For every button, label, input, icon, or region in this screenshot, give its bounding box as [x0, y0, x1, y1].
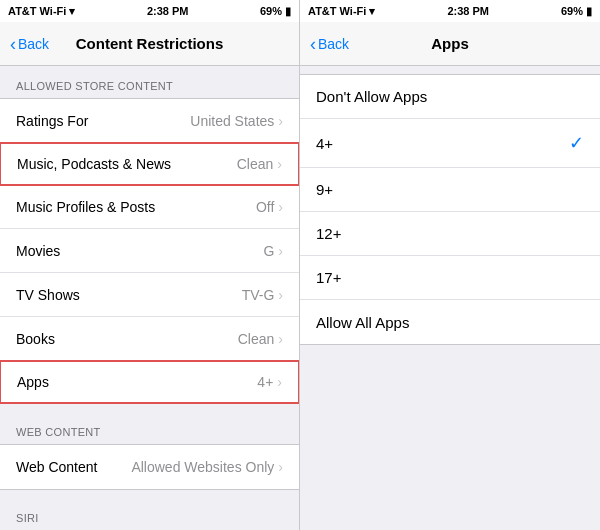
music-label: Music, Podcasts & News: [17, 156, 237, 172]
music-chevron: ›: [277, 156, 282, 172]
nav-bar-right: ‹ Back Apps: [300, 22, 600, 66]
gap-2: [0, 490, 299, 498]
12plus-label: 12+: [316, 225, 341, 242]
list-item-movies[interactable]: Movies G ›: [0, 229, 299, 273]
movies-chevron: ›: [278, 243, 283, 259]
tv-shows-value: TV-G ›: [242, 287, 283, 303]
ratings-label: Ratings For: [16, 113, 190, 129]
17plus-label: 17+: [316, 269, 341, 286]
apps-option-9plus[interactable]: 9+: [300, 168, 600, 212]
apps-value: 4+ ›: [257, 374, 282, 390]
left-panel: AT&T Wi-Fi ▾ 2:38 PM 69% ▮ ‹ Back Conten…: [0, 0, 300, 530]
web-content-chevron: ›: [278, 459, 283, 475]
books-chevron: ›: [278, 331, 283, 347]
nav-bar-left: ‹ Back Content Restrictions: [0, 22, 299, 66]
apps-option-dont-allow[interactable]: Don't Allow Apps: [300, 75, 600, 119]
apps-option-17plus[interactable]: 17+: [300, 256, 600, 300]
books-label: Books: [16, 331, 238, 347]
web-content-label: Web Content: [16, 459, 131, 475]
list-item-web-content[interactable]: Web Content Allowed Websites Only ›: [0, 445, 299, 489]
status-bar-right: AT&T Wi-Fi ▾ 2:38 PM 69% ▮: [300, 0, 600, 22]
movies-value: G ›: [263, 243, 283, 259]
battery-icon-right: ▮: [586, 5, 592, 18]
wifi-icon: ▾: [69, 5, 75, 18]
list-item-books[interactable]: Books Clean ›: [0, 317, 299, 361]
9plus-label: 9+: [316, 181, 333, 198]
web-content-group: Web Content Allowed Websites Only ›: [0, 444, 299, 490]
store-content-group: Ratings For United States › Music, Podca…: [0, 98, 299, 404]
status-bar-left: AT&T Wi-Fi ▾ 2:38 PM 69% ▮: [0, 0, 299, 22]
back-chevron-right: ‹: [310, 35, 316, 53]
music-value: Clean ›: [237, 156, 282, 172]
right-panel: AT&T Wi-Fi ▾ 2:38 PM 69% ▮ ‹ Back Apps D…: [300, 0, 600, 530]
books-value: Clean ›: [238, 331, 283, 347]
list-item-music[interactable]: Music, Podcasts & News Clean ›: [0, 142, 299, 186]
list-item-music-profiles[interactable]: Music Profiles & Posts Off ›: [0, 185, 299, 229]
battery-left: 69%: [260, 5, 282, 17]
music-profiles-value: Off ›: [256, 199, 283, 215]
dont-allow-label: Don't Allow Apps: [316, 88, 427, 105]
carrier-right: AT&T Wi-Fi: [308, 5, 366, 17]
apps-option-12plus[interactable]: 12+: [300, 212, 600, 256]
back-label-right: Back: [318, 36, 349, 52]
carrier-left: AT&T Wi-Fi: [8, 5, 66, 17]
time-left: 2:38 PM: [147, 5, 189, 17]
apps-options-list: Don't Allow Apps 4+ ✓ 9+ 12+ 17+ Allow A…: [300, 74, 600, 345]
allow-all-label: Allow All Apps: [316, 314, 409, 331]
ratings-value: United States ›: [190, 113, 283, 129]
tv-shows-label: TV Shows: [16, 287, 242, 303]
back-chevron-left: ‹: [10, 35, 16, 53]
apps-option-4plus[interactable]: 4+ ✓: [300, 119, 600, 168]
music-profiles-label: Music Profiles & Posts: [16, 199, 256, 215]
battery-right: 69%: [561, 5, 583, 17]
section-header-siri: SIRI: [0, 498, 299, 530]
4plus-label: 4+: [316, 135, 333, 152]
apps-option-allow-all[interactable]: Allow All Apps: [300, 300, 600, 344]
left-content: ALLOWED STORE CONTENT Ratings For United…: [0, 66, 299, 530]
back-button-right[interactable]: ‹ Back: [310, 35, 349, 53]
web-content-value: Allowed Websites Only ›: [131, 459, 283, 475]
page-title-right: Apps: [431, 35, 469, 52]
checkmark-4plus: ✓: [569, 132, 584, 154]
list-item-ratings[interactable]: Ratings For United States ›: [0, 99, 299, 143]
gap-1: [0, 404, 299, 412]
list-item-apps[interactable]: Apps 4+ ›: [0, 360, 299, 404]
music-profiles-chevron: ›: [278, 199, 283, 215]
wifi-icon-right: ▾: [369, 5, 375, 18]
ratings-chevron: ›: [278, 113, 283, 129]
tv-shows-chevron: ›: [278, 287, 283, 303]
section-header-web: WEB CONTENT: [0, 412, 299, 444]
battery-icon-left: ▮: [285, 5, 291, 18]
apps-label: Apps: [17, 374, 257, 390]
section-header-store: ALLOWED STORE CONTENT: [0, 66, 299, 98]
back-label-left: Back: [18, 36, 49, 52]
back-button-left[interactable]: ‹ Back: [10, 35, 49, 53]
time-right: 2:38 PM: [447, 5, 489, 17]
page-title-left: Content Restrictions: [76, 35, 224, 52]
apps-chevron: ›: [277, 374, 282, 390]
list-item-tv-shows[interactable]: TV Shows TV-G ›: [0, 273, 299, 317]
movies-label: Movies: [16, 243, 263, 259]
